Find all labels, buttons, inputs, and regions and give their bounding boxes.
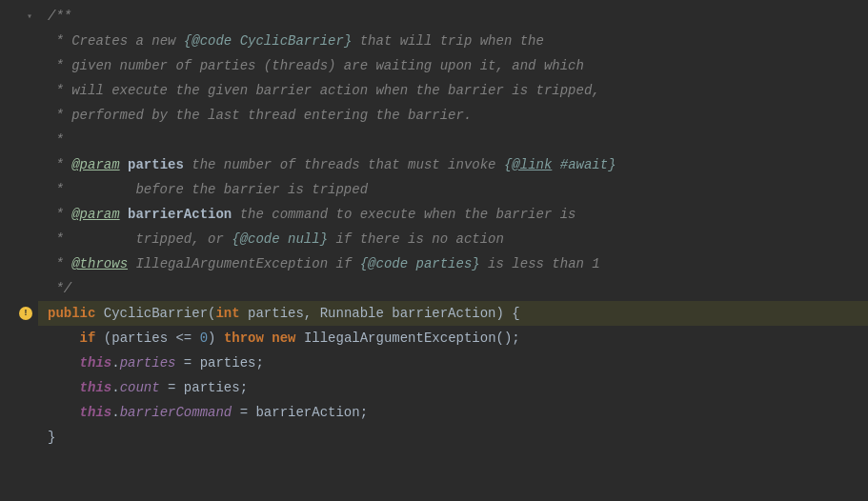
comment-less: is less than 1 xyxy=(480,256,600,271)
gutter-line-5 xyxy=(0,103,32,128)
code-line-8: * before the barrier is tripped xyxy=(38,177,868,202)
code-line-6: * xyxy=(38,128,868,152)
field-count: count xyxy=(120,380,160,395)
indent-17 xyxy=(48,405,80,420)
if-paren: ) xyxy=(208,331,224,346)
code-line-10: * tripped, or {@code null} if there is n… xyxy=(38,227,868,251)
warning-icon[interactable]: ! xyxy=(19,307,32,320)
comment-open: /** xyxy=(48,9,71,24)
gutter-line-7 xyxy=(0,152,32,177)
gutter-line-17 xyxy=(0,400,32,425)
indent-14 xyxy=(48,331,80,346)
assign-15: = parties; xyxy=(175,355,263,371)
comment-cyclic: CyclicBarrier xyxy=(240,33,344,49)
gutter-line-2 xyxy=(0,29,32,53)
comment-creates: Creates a new xyxy=(71,33,184,49)
gutter-line-6 xyxy=(0,128,32,152)
comment-if-no: if there is no action xyxy=(328,231,504,247)
close-brace: } xyxy=(48,430,55,445)
gutter-line-3 xyxy=(0,53,32,78)
gutter-line-10 xyxy=(0,227,32,251)
kw-if: if xyxy=(80,331,104,346)
if-cond: (parties <= xyxy=(104,331,200,346)
comment-code-null: {@code null} xyxy=(232,231,328,247)
kw-new: new xyxy=(272,331,304,346)
comment-param-tag-1: @param xyxy=(71,157,119,172)
comment-space-7 xyxy=(120,157,128,172)
comment-throws-class: IllegalArgumentException xyxy=(135,256,328,271)
comment-star-2: * xyxy=(48,33,71,49)
gutter-line-18 xyxy=(0,425,32,450)
code-line-12: */ xyxy=(38,276,868,301)
comment-desc-7: the number of threads that must invoke xyxy=(184,157,504,172)
comment-code-tag-1: {@code xyxy=(184,33,240,49)
comment-throws-tag: @throws xyxy=(71,256,128,271)
dot-15: . xyxy=(111,355,119,371)
paren-open: ( xyxy=(208,306,215,321)
num-0: 0 xyxy=(200,331,208,346)
comment-close: */ xyxy=(48,281,71,296)
param-parties: parties, xyxy=(240,306,320,321)
dot-17: . xyxy=(111,405,119,420)
comment-star-11: * xyxy=(48,256,71,271)
code-line-3: * given number of parties (threads) are … xyxy=(38,53,868,78)
gutter-line-11 xyxy=(0,251,32,276)
gutter: ▾ ! xyxy=(0,0,38,501)
gutter-line-8 xyxy=(0,177,32,202)
field-barrier-cmd: barrierCommand xyxy=(120,405,232,420)
comment-param-tag-2: @param xyxy=(71,207,119,222)
comment-link-tag: {@link #await} xyxy=(504,157,616,172)
comment-that: that will trip when the xyxy=(352,33,544,49)
assign-17: = barrierAction; xyxy=(232,405,368,420)
field-parties: parties xyxy=(120,355,176,371)
gutter-line-13: ! xyxy=(0,301,32,326)
fold-icon-1[interactable]: ▾ xyxy=(27,10,32,22)
code-line-5: * performed by the last thread entering … xyxy=(38,103,868,128)
gutter-line-9 xyxy=(0,202,32,227)
comment-desc-9: the command to execute when the barrier … xyxy=(232,207,575,222)
class-iae: IllegalArgumentException xyxy=(304,331,496,346)
comment-param-parties: parties xyxy=(128,157,184,172)
comment-code-parties: {@code parties} xyxy=(360,256,480,271)
code-line-1: /** xyxy=(38,4,868,29)
code-line-17: this.barrierCommand = barrierAction; xyxy=(38,400,868,425)
kw-public: public xyxy=(48,306,104,321)
code-line-13: public CyclicBarrier(int parties, Runnab… xyxy=(38,301,868,326)
comment-if-11: if xyxy=(328,256,360,271)
this-16: this xyxy=(80,380,112,395)
comment-star-10: * tripped, or xyxy=(48,231,232,247)
gutter-line-16 xyxy=(0,375,32,400)
comment-line-8: * before the barrier is tripped xyxy=(48,182,368,197)
gutter-line-14 xyxy=(0,326,32,351)
comment-line-6: * xyxy=(48,132,64,148)
comment-line-3: * given number of parties (threads) are … xyxy=(48,58,584,73)
this-15: this xyxy=(80,355,112,371)
gutter-line-1: ▾ xyxy=(0,4,32,29)
class-cyclic: CyclicBarrier xyxy=(104,306,208,321)
code-line-16: this.count = parties; xyxy=(38,375,868,400)
gutter-line-15 xyxy=(0,351,32,375)
comment-star-9: * xyxy=(48,207,71,222)
gutter-line-4 xyxy=(0,78,32,103)
kw-throw: throw xyxy=(224,331,272,346)
indent-15 xyxy=(48,355,80,371)
kw-int: int xyxy=(215,306,239,321)
iae-parens: (); xyxy=(496,331,520,346)
assign-16: = parties; xyxy=(160,380,248,395)
comment-line-4: * will execute the given barrier action … xyxy=(48,83,600,98)
code-area: /** * Creates a new {@code CyclicBarrier… xyxy=(38,0,868,501)
code-line-4: * will execute the given barrier action … xyxy=(38,78,868,103)
comment-space-11 xyxy=(128,256,135,271)
dot-16: . xyxy=(111,380,119,395)
class-runnable: Runnable xyxy=(320,306,384,321)
code-line-7: * @param parties the number of threads t… xyxy=(38,152,868,177)
code-line-11: * @throws IllegalArgumentException if {@… xyxy=(38,251,868,276)
code-line-15: this.parties = parties; xyxy=(38,351,868,375)
comment-line-5: * performed by the last thread entering … xyxy=(48,108,472,123)
this-17: this xyxy=(80,405,112,420)
comment-param-barrier: barrierAction xyxy=(128,207,232,222)
code-line-2: * Creates a new {@code CyclicBarrier} th… xyxy=(38,29,868,53)
comment-code-tag-1b: } xyxy=(344,33,352,49)
comment-space-9 xyxy=(120,207,128,222)
comment-star-7: * xyxy=(48,157,71,172)
